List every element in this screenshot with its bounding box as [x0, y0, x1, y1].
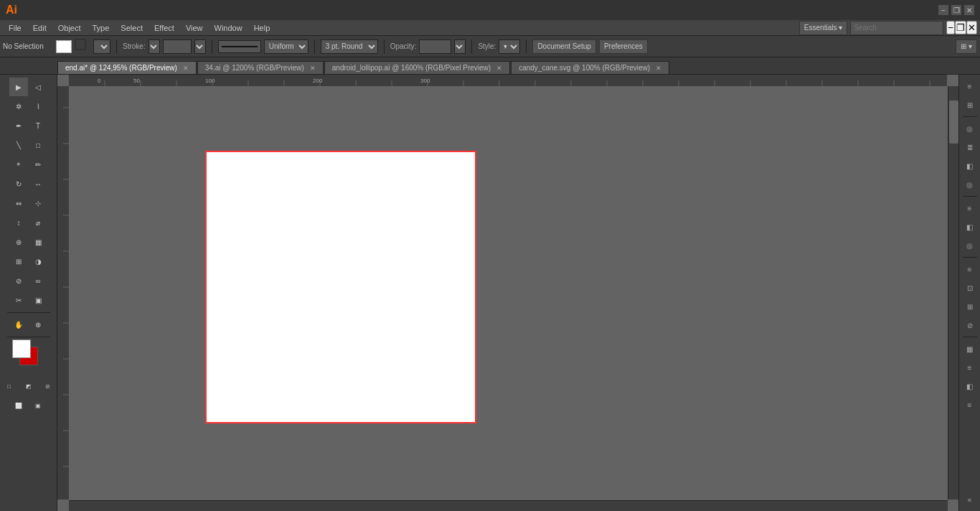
- reshape-tool[interactable]: ⊹: [29, 194, 47, 212]
- panel-btn-16[interactable]: ≡: [961, 396, 979, 413]
- tab-3[interactable]: candy_cane.svg @ 100% (RGB/Preview) ✕: [511, 61, 669, 74]
- menu-effect[interactable]: Effect: [149, 22, 180, 34]
- menu-view[interactable]: View: [180, 22, 209, 34]
- type-tool[interactable]: T: [29, 116, 47, 135]
- stroke-weight-input[interactable]: 2 pt: [163, 39, 192, 54]
- panel-btn-9[interactable]: ≡: [961, 261, 979, 278]
- panel-btn-10[interactable]: ⊡: [961, 279, 979, 296]
- stroke-weight-up[interactable]: ▲: [149, 39, 160, 54]
- winctrl-close[interactable]: ✕: [966, 21, 977, 34]
- rect-tool[interactable]: □: [29, 136, 47, 154]
- tab-0[interactable]: end.ai* @ 124,95% (RGB/Preview) ✕: [57, 61, 197, 74]
- divider3: [314, 39, 315, 54]
- panel-btn-6[interactable]: ≡: [961, 200, 979, 217]
- direct-select-tool[interactable]: ◁: [29, 78, 47, 96]
- reflect-tool[interactable]: ↔: [29, 174, 47, 193]
- gradient-tool[interactable]: ◑: [29, 252, 47, 271]
- opacity-input[interactable]: 100%: [419, 39, 451, 54]
- blend2-tool[interactable]: ∞: [29, 271, 47, 290]
- stroke-weight-down[interactable]: ▾: [194, 39, 206, 54]
- panel-btn-1[interactable]: ⊞: [961, 96, 979, 113]
- stroke-preview[interactable]: [218, 40, 261, 53]
- winctrl-min[interactable]: −: [946, 21, 955, 34]
- eyedropper-tool[interactable]: ⊘: [9, 271, 28, 290]
- winctrl-restore[interactable]: ❐: [955, 21, 966, 34]
- stroke-cap-select[interactable]: 3 pt. Round: [321, 39, 378, 54]
- panel-collapse[interactable]: «: [961, 491, 979, 508]
- stroke-selector[interactable]: ▾: [93, 39, 110, 54]
- divider1: [116, 39, 117, 54]
- rotate-tool[interactable]: ↻: [9, 174, 28, 193]
- panel-btn-12[interactable]: ⊘: [961, 317, 979, 334]
- draw-normal[interactable]: ⬜: [9, 396, 28, 415]
- blend-tool[interactable]: ⌀: [29, 213, 47, 232]
- panel-btn-5[interactable]: ◎: [961, 176, 979, 193]
- panel-btn-3[interactable]: ≣: [961, 139, 979, 156]
- artboard-icon[interactable]: ▣: [29, 396, 47, 415]
- menu-edit[interactable]: Edit: [27, 22, 52, 34]
- tab-1-close[interactable]: ✕: [310, 65, 316, 72]
- panel-btn-14[interactable]: ≡: [961, 359, 979, 376]
- fill-icon[interactable]: □: [0, 377, 19, 395]
- scrollbar-vertical[interactable]: [948, 86, 958, 500]
- scale-tool[interactable]: ⇔: [9, 194, 28, 212]
- mesh-tool[interactable]: ⊞: [9, 252, 28, 271]
- menu-file[interactable]: File: [3, 22, 27, 34]
- arrange-button[interactable]: ⊞ ▾: [956, 39, 977, 54]
- panel-btn-2[interactable]: ◎: [961, 120, 979, 137]
- paintbrush-tool[interactable]: ⌖: [9, 155, 28, 174]
- stroke-chip[interactable]: [75, 39, 86, 50]
- column-graph-tool[interactable]: ▦: [29, 233, 47, 251]
- width-tool[interactable]: ↕: [9, 213, 28, 232]
- tab-2-close[interactable]: ✕: [496, 65, 502, 72]
- scissors-tool[interactable]: ✂: [9, 291, 28, 309]
- menu-bar: File Edit Object Type Select Effect View…: [0, 20, 980, 36]
- selection-tool[interactable]: ▶: [9, 78, 28, 96]
- restore-button[interactable]: ❐: [951, 5, 961, 15]
- search-input[interactable]: [850, 21, 943, 35]
- menu-object[interactable]: Object: [52, 22, 87, 34]
- scrollbar-horizontal[interactable]: [69, 500, 948, 511]
- fill-chip[interactable]: [56, 40, 72, 53]
- foreground-color-chip[interactable]: [12, 339, 31, 358]
- scrollbar-v-thumb[interactable]: [949, 100, 958, 144]
- magic-wand-tool[interactable]: ✲: [9, 97, 28, 116]
- menu-select[interactable]: Select: [115, 22, 149, 34]
- preferences-button[interactable]: Preferences: [599, 39, 648, 54]
- tool-row-select: ▶ ◁: [9, 78, 47, 96]
- essentials-button[interactable]: Essentials ▾: [799, 21, 847, 35]
- lasso-tool[interactable]: ⌇: [29, 97, 47, 116]
- zoom-tool[interactable]: ⊕: [29, 315, 47, 334]
- panel-btn-8[interactable]: ◎: [961, 237, 979, 254]
- menu-window[interactable]: Window: [209, 22, 248, 34]
- panel-btn-11[interactable]: ⊞: [961, 298, 979, 315]
- color-chips: [12, 339, 45, 372]
- gradient-icon[interactable]: ◩: [19, 377, 38, 395]
- tab-2[interactable]: android_lollipop.ai @ 1600% (RGB/Pixel P…: [324, 61, 510, 74]
- menu-type[interactable]: Type: [87, 22, 116, 34]
- symbol-spray-tool[interactable]: ⊛: [9, 233, 28, 251]
- pencil-tool[interactable]: ✏: [29, 155, 47, 174]
- style-label: Style:: [478, 42, 496, 50]
- line-tool[interactable]: ╲: [9, 136, 28, 154]
- tab-3-close[interactable]: ✕: [656, 65, 661, 72]
- divider4: [384, 39, 385, 54]
- minimize-button[interactable]: −: [938, 5, 948, 15]
- style-select[interactable]: ▾: [499, 39, 520, 54]
- menu-help[interactable]: Help: [248, 22, 276, 34]
- tab-0-close[interactable]: ✕: [183, 65, 189, 72]
- document-setup-button[interactable]: Document Setup: [532, 39, 596, 54]
- panel-btn-7[interactable]: ◧: [961, 218, 979, 235]
- panel-btn-13[interactable]: ▦: [961, 340, 979, 357]
- panel-btn-4[interactable]: ◧: [961, 157, 979, 174]
- artboard-tool[interactable]: ▣: [29, 291, 47, 309]
- panel-btn-0[interactable]: ≡: [961, 78, 979, 95]
- close-button[interactable]: ✕: [964, 5, 974, 15]
- stroke-style-select[interactable]: Uniform: [264, 39, 308, 54]
- panel-btn-15[interactable]: ◧: [961, 378, 979, 395]
- pen-tool[interactable]: ✒: [9, 116, 28, 135]
- tab-1[interactable]: 34.ai @ 1200% (RGB/Preview) ✕: [197, 61, 324, 74]
- hand-tool[interactable]: ✋: [9, 315, 28, 334]
- opacity-dropdown[interactable]: ▾: [454, 39, 466, 54]
- none-icon[interactable]: ⊘: [39, 377, 57, 395]
